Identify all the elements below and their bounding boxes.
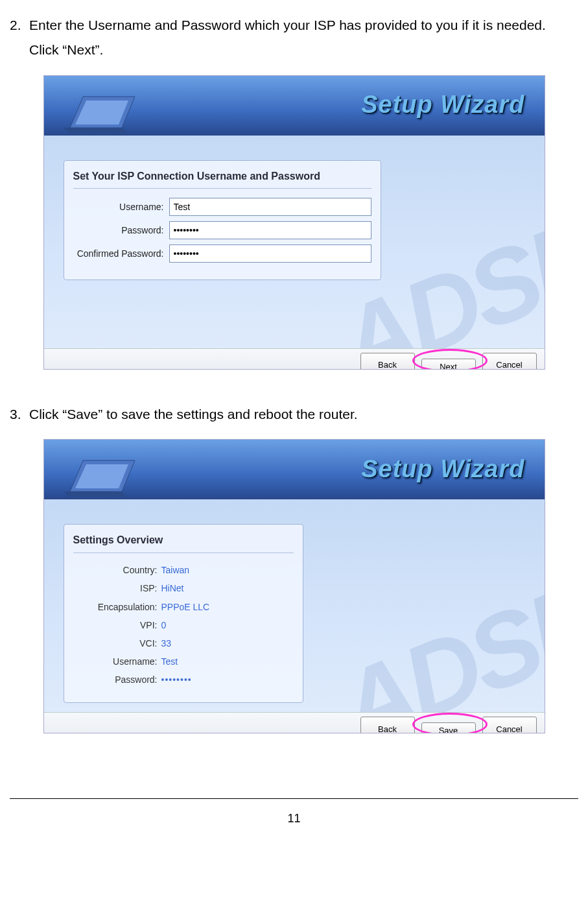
step-number: 3. — [10, 402, 29, 427]
page-number: 11 — [287, 812, 300, 825]
credentials-panel: Set Your ISP Connection Username and Pas… — [64, 160, 381, 281]
cancel-button[interactable]: Cancel — [482, 717, 537, 733]
next-button[interactable]: Next — [421, 359, 476, 370]
wizard-title: Setup Wizard — [361, 82, 524, 126]
password-label: Password: — [73, 672, 161, 688]
vci-label: VCI: — [73, 636, 161, 652]
wizard-footer: Back Next Cancel — [44, 348, 545, 370]
setup-wizard-screen-credentials: ADSL Setup Wizard Set Your ISP Connectio… — [43, 75, 545, 370]
overview-row-vpi: VPI: 0 — [73, 617, 294, 634]
overview-row-username: Username: Test — [73, 654, 294, 670]
svg-marker-2 — [64, 128, 127, 133]
vci-value: 33 — [161, 636, 172, 652]
wizard-footer: Back Save Cancel — [44, 712, 545, 733]
overview-row-vci: VCI: 33 — [73, 636, 294, 652]
password-label: Password: — [73, 222, 169, 239]
form-row-password: Password: — [73, 221, 371, 239]
setup-wizard-screen-overview: ADSL Setup Wizard Settings Overview Coun… — [43, 439, 545, 733]
username-label: Username: — [73, 199, 169, 215]
password-value: •••••••• — [161, 672, 192, 688]
panel-title: Settings Overview — [73, 531, 294, 553]
instruction-step-2: 2. Enter the Username and Password which… — [10, 13, 578, 62]
confirm-password-input[interactable] — [169, 244, 371, 263]
step-number: 2. — [10, 13, 29, 62]
username-value: Test — [161, 654, 178, 670]
form-row-confirm-password: Confirmed Password: — [73, 244, 371, 263]
username-label: Username: — [73, 654, 161, 670]
panel-title: Set Your ISP Connection Username and Pas… — [73, 167, 371, 189]
svg-marker-5 — [64, 492, 127, 497]
back-button[interactable]: Back — [360, 717, 415, 733]
step-text: Click “Save” to save the settings and re… — [29, 402, 578, 427]
back-button[interactable]: Back — [360, 353, 415, 370]
overview-row-encapsulation: Encapsulation: PPPoE LLC — [73, 599, 294, 615]
page-footer: 11 — [10, 798, 578, 829]
username-input[interactable] — [169, 198, 371, 216]
form-row-username: Username: — [73, 198, 371, 216]
laptop-icon — [64, 453, 148, 498]
country-label: Country: — [73, 562, 161, 578]
wizard-header: Setup Wizard — [44, 76, 545, 136]
wizard-title: Setup Wizard — [361, 447, 524, 491]
confirm-password-label: Confirmed Password: — [73, 246, 169, 262]
wizard-header: Setup Wizard — [44, 440, 545, 499]
country-value: Taiwan — [161, 562, 190, 578]
password-input[interactable] — [169, 221, 371, 239]
overview-row-isp: ISP: HiNet — [73, 580, 294, 597]
overview-panel: Settings Overview Country: Taiwan ISP: H… — [64, 524, 303, 702]
encapsulation-label: Encapsulation: — [73, 599, 161, 615]
isp-label: ISP: — [73, 580, 161, 597]
vpi-value: 0 — [161, 617, 167, 634]
laptop-icon — [64, 89, 148, 134]
overview-row-password: Password: •••••••• — [73, 672, 294, 688]
save-button[interactable]: Save — [421, 722, 476, 733]
encapsulation-value: PPPoE LLC — [161, 599, 210, 615]
cancel-button[interactable]: Cancel — [482, 353, 537, 370]
vpi-label: VPI: — [73, 617, 161, 634]
instruction-step-3: 3. Click “Save” to save the settings and… — [10, 402, 578, 427]
isp-value: HiNet — [161, 580, 184, 597]
step-text: Enter the Username and Password which yo… — [29, 13, 578, 62]
overview-row-country: Country: Taiwan — [73, 562, 294, 578]
